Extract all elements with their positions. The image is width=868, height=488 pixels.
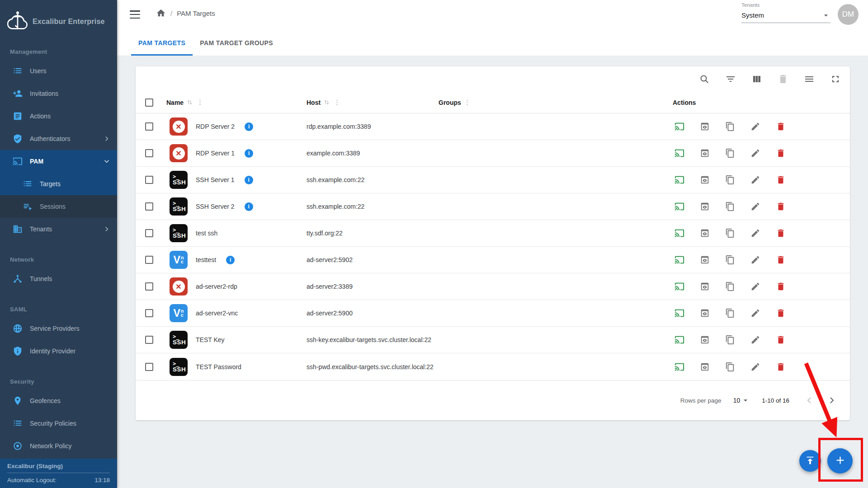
search-icon[interactable]	[699, 74, 710, 84]
row-checkbox[interactable]	[145, 282, 153, 291]
copy-icon[interactable]	[725, 282, 735, 291]
sidebar-item-identity-provider[interactable]: Identity Provider	[0, 340, 117, 362]
sidebar-item-tenants[interactable]: Tenants	[0, 218, 117, 240]
sidebar-item-geofences[interactable]: Geofences	[0, 389, 117, 412]
sort-icon[interactable]	[185, 98, 194, 107]
tab-pam-targets[interactable]: PAM TARGETS	[131, 30, 193, 56]
connect-icon[interactable]	[675, 228, 684, 238]
edit-icon[interactable]	[750, 335, 760, 345]
table-row[interactable]: >_SSH TEST Password i ssh-pwd.excalibur-…	[136, 353, 850, 380]
preview-icon[interactable]	[700, 362, 710, 372]
delete-icon[interactable]	[776, 175, 786, 185]
edit-icon[interactable]	[750, 175, 760, 185]
delete-icon[interactable]	[776, 362, 786, 372]
next-page-icon[interactable]	[826, 395, 837, 406]
sidebar-item-service-providers[interactable]: Service Providers	[0, 317, 117, 340]
menu-toggle-icon[interactable]	[130, 10, 140, 19]
edit-icon[interactable]	[750, 148, 760, 158]
sidebar-item-pam[interactable]: PAM	[0, 150, 117, 173]
delete-icon[interactable]	[776, 148, 786, 158]
edit-icon[interactable]	[750, 362, 760, 372]
sidebar-item-sessions[interactable]: Sessions	[0, 195, 117, 218]
delete-icon[interactable]	[776, 255, 786, 265]
row-checkbox[interactable]	[145, 309, 153, 317]
preview-icon[interactable]	[700, 255, 710, 265]
copy-icon[interactable]	[725, 175, 735, 185]
preview-icon[interactable]	[700, 228, 710, 238]
row-checkbox[interactable]	[145, 229, 153, 237]
sort-icon[interactable]	[322, 98, 331, 107]
column-menu-icon[interactable]	[333, 98, 341, 107]
connect-icon[interactable]	[675, 362, 684, 372]
copy-icon[interactable]	[725, 308, 735, 318]
edit-icon[interactable]	[750, 228, 760, 238]
sidebar-item-actions[interactable]: Actions	[0, 105, 117, 127]
sidebar-item-authenticators[interactable]: Authenticators	[0, 127, 117, 150]
preview-icon[interactable]	[700, 175, 710, 185]
table-row[interactable]: ✕ RDP Server 1 i example.com:3389	[136, 140, 850, 167]
copy-icon[interactable]	[725, 335, 735, 345]
preview-icon[interactable]	[700, 308, 710, 318]
filter-icon[interactable]	[725, 74, 736, 84]
row-checkbox[interactable]	[145, 336, 153, 344]
tenant-select[interactable]: System	[741, 8, 830, 23]
row-checkbox[interactable]	[145, 122, 153, 131]
column-menu-icon[interactable]	[463, 98, 472, 107]
copy-icon[interactable]	[725, 228, 735, 238]
delete-icon[interactable]	[776, 228, 786, 238]
connect-icon[interactable]	[675, 175, 684, 185]
density-icon[interactable]	[804, 74, 815, 84]
table-row[interactable]: ✕ RDP Server 2 i rdp.example.com:3389	[136, 113, 850, 140]
table-row[interactable]: Vnc testtest i ad-server2:5902	[136, 247, 850, 273]
sidebar-item-network-policy[interactable]: Network Policy	[0, 435, 117, 457]
preview-icon[interactable]	[700, 148, 710, 158]
info-icon[interactable]: i	[245, 202, 253, 211]
sidebar-item-users[interactable]: Users	[0, 60, 117, 82]
sidebar-item-invitations[interactable]: Invitations	[0, 82, 117, 105]
preview-icon[interactable]	[700, 282, 710, 291]
connect-icon[interactable]	[675, 335, 684, 345]
copy-icon[interactable]	[725, 122, 735, 131]
prev-page-icon[interactable]	[804, 395, 815, 406]
row-checkbox[interactable]	[145, 149, 153, 157]
table-row[interactable]: >_SSH SSH Server 2 i ssh.example.com:22	[136, 193, 850, 220]
connect-icon[interactable]	[675, 255, 684, 265]
column-menu-icon[interactable]	[196, 98, 204, 107]
sidebar-item-targets[interactable]: Targets	[0, 173, 117, 195]
connect-icon[interactable]	[675, 122, 684, 131]
copy-icon[interactable]	[725, 202, 735, 211]
delete-icon[interactable]	[776, 122, 786, 131]
edit-icon[interactable]	[750, 255, 760, 265]
delete-icon[interactable]	[776, 282, 786, 291]
scroll-to-top-button[interactable]	[799, 450, 821, 472]
preview-icon[interactable]	[700, 202, 710, 211]
info-icon[interactable]: i	[226, 256, 235, 264]
home-icon[interactable]	[156, 8, 166, 18]
copy-icon[interactable]	[725, 362, 735, 372]
select-all-checkbox[interactable]	[145, 99, 153, 107]
delete-icon[interactable]	[776, 308, 786, 318]
copy-icon[interactable]	[725, 148, 735, 158]
copy-icon[interactable]	[725, 255, 735, 265]
row-checkbox[interactable]	[145, 176, 153, 184]
add-target-button[interactable]	[827, 448, 853, 474]
table-row[interactable]: >_SSH TEST Key i ssh-key.excalibur-targe…	[136, 327, 850, 353]
user-avatar[interactable]: DM	[838, 4, 859, 25]
table-row[interactable]: ✕ ad-server2-rdp i ad-server2:3389	[136, 273, 850, 300]
table-row[interactable]: Vnc ad-server2-vnc i ad-server2:5900	[136, 300, 850, 327]
delete-icon[interactable]	[776, 202, 786, 211]
info-icon[interactable]: i	[245, 149, 253, 158]
edit-icon[interactable]	[750, 308, 760, 318]
preview-icon[interactable]	[700, 122, 710, 131]
info-icon[interactable]: i	[245, 122, 253, 131]
fullscreen-icon[interactable]	[830, 74, 841, 84]
edit-icon[interactable]	[750, 282, 760, 291]
connect-icon[interactable]	[675, 282, 684, 291]
preview-icon[interactable]	[700, 335, 710, 345]
delete-icon[interactable]	[776, 335, 786, 345]
edit-icon[interactable]	[750, 122, 760, 131]
table-row[interactable]: >_SSH test ssh i tty.sdf.org:22	[136, 220, 850, 247]
connect-icon[interactable]	[675, 148, 684, 158]
sidebar-item-security-policies[interactable]: Security Policies	[0, 412, 117, 435]
edit-icon[interactable]	[750, 202, 760, 211]
